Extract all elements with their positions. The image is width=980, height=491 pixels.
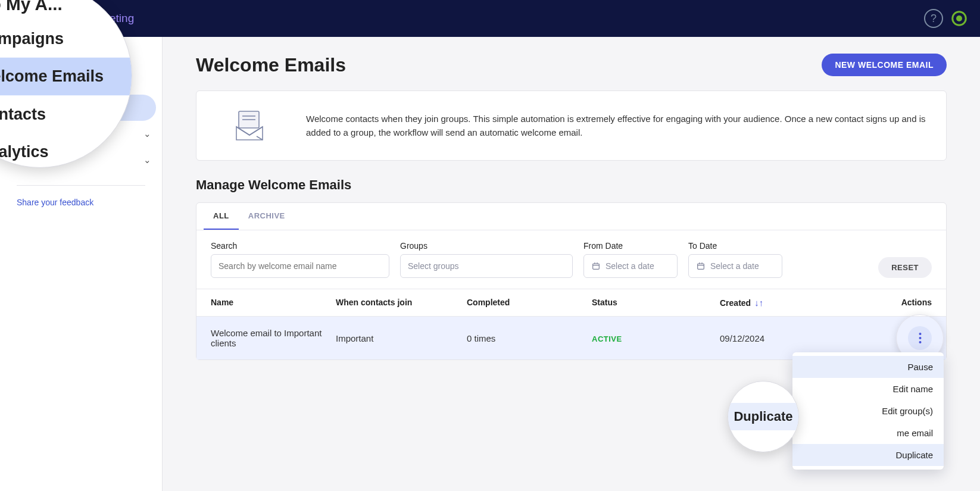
envelope-heart-icon — [13, 102, 25, 114]
dropdown-edit-groups[interactable]: Edit group(s) — [792, 400, 944, 422]
svg-point-2 — [956, 15, 962, 21]
dropdown-pause[interactable]: Pause — [792, 356, 944, 378]
feedback-link[interactable]: Share your feedback — [0, 198, 162, 207]
to-date-input[interactable]: Select a date — [688, 254, 782, 278]
search-input[interactable] — [211, 254, 389, 278]
tab-archive[interactable]: ARCHIVE — [239, 203, 295, 230]
sidebar-item-label: Analytics — [32, 155, 68, 165]
from-date-placeholder: Select a date — [606, 261, 654, 271]
help-icon[interactable]: ? — [924, 9, 943, 28]
to-date-label: To Date — [688, 241, 782, 251]
table-row[interactable]: Welcome email to Important clients Impor… — [196, 317, 946, 359]
reset-button[interactable]: RESET — [878, 257, 932, 278]
svg-point-6 — [21, 131, 23, 133]
goto-link[interactable]: Go To My A... — [0, 44, 162, 68]
info-card: Welcome contacts when they join groups. … — [196, 90, 947, 161]
svg-rect-9 — [21, 156, 23, 164]
cell-name: Welcome email to Important clients — [211, 328, 336, 348]
table-header: Name When contacts join Completed Status… — [196, 289, 946, 317]
search-label: Search — [211, 241, 389, 251]
chevron-down-icon: ⌄ — [143, 129, 151, 139]
svg-rect-13 — [593, 264, 600, 269]
brand-logo[interactable] — [12, 11, 33, 26]
filters-row: Search Groups Select groups From Date Se… — [196, 230, 946, 289]
chevron-down-icon: ⌄ — [143, 155, 151, 165]
groups-select[interactable]: Select groups — [400, 254, 573, 278]
th-created[interactable]: Created ↓↑ — [720, 298, 857, 308]
svg-rect-8 — [18, 158, 20, 164]
groups-label: Groups — [400, 241, 573, 251]
main-content: Welcome Emails NEW WELCOME EMAIL Welcome… — [163, 37, 980, 491]
welcome-email-illustration — [217, 107, 282, 145]
sidebar-divider — [17, 185, 145, 186]
app-switcher-icon[interactable] — [950, 10, 968, 27]
calendar-icon — [696, 261, 706, 271]
svg-rect-17 — [698, 264, 704, 269]
from-date-input[interactable]: Select a date — [583, 254, 678, 278]
sidebar-item-contacts[interactable]: Contacts ⌄ — [0, 121, 162, 147]
svg-point-5 — [16, 131, 19, 134]
status-badge: ACTIVE — [592, 334, 622, 343]
page-title: Welcome Emails — [196, 54, 346, 76]
th-created-label: Created — [720, 298, 751, 308]
tabs: ALL ARCHIVE — [196, 203, 946, 230]
dropdown-edit-welcome-email[interactable]: me email — [792, 422, 944, 444]
svg-rect-3 — [15, 79, 24, 85]
sidebar-item-label: Contacts — [32, 129, 67, 139]
kebab-icon — [919, 332, 922, 344]
table-card: ALL ARCHIVE Search Groups Select groups … — [196, 202, 947, 360]
cell-completed: 0 times — [467, 333, 592, 343]
topbar-divider — [43, 11, 43, 26]
svg-rect-7 — [15, 160, 17, 164]
manage-section-title: Manage Welcome Emails — [196, 177, 947, 193]
new-welcome-email-button[interactable]: NEW WELCOME EMAIL — [822, 54, 947, 76]
info-text: Welcome contacts when they join groups. … — [306, 112, 926, 140]
svg-point-0 — [14, 12, 26, 24]
th-actions: Actions — [857, 298, 932, 308]
sidebar-item-label: Campaigns — [32, 77, 77, 87]
svg-point-21 — [919, 333, 921, 335]
section-title: Email Marketing — [53, 12, 134, 25]
from-date-label: From Date — [583, 241, 678, 251]
to-date-placeholder: Select a date — [710, 261, 759, 271]
actions-dropdown: Pause Edit name Edit group(s) me email D… — [792, 352, 944, 470]
svg-point-22 — [919, 337, 921, 339]
th-completed[interactable]: Completed — [467, 298, 592, 308]
sidebar-item-label: Welcome Emails — [32, 103, 98, 113]
analytics-icon — [13, 154, 25, 166]
th-join[interactable]: When contacts join — [336, 298, 467, 308]
sidebar: Go To My A... Campaigns Welcome Emails C… — [0, 37, 163, 491]
sidebar-item-campaigns[interactable]: Campaigns — [0, 68, 162, 95]
cell-created: 09/12/2024 — [720, 333, 857, 343]
groups-placeholder: Select groups — [408, 261, 459, 271]
contacts-icon — [13, 128, 25, 140]
row-actions-button[interactable] — [908, 326, 932, 350]
sort-icon: ↓↑ — [754, 298, 763, 308]
sidebar-item-analytics[interactable]: Analytics ⌄ — [0, 147, 162, 173]
dropdown-duplicate[interactable]: Duplicate — [792, 444, 944, 466]
dropdown-edit-name[interactable]: Edit name — [792, 378, 944, 400]
th-status[interactable]: Status — [592, 298, 720, 308]
calendar-icon — [591, 261, 601, 271]
envelope-icon — [13, 76, 25, 87]
sidebar-item-welcome-emails[interactable]: Welcome Emails — [0, 95, 156, 121]
svg-point-23 — [919, 341, 921, 343]
svg-rect-4 — [15, 105, 24, 111]
topbar: Email Marketing ? — [0, 0, 980, 37]
cell-join: Important — [336, 333, 467, 343]
tab-all[interactable]: ALL — [204, 203, 239, 230]
th-name[interactable]: Name — [211, 298, 336, 308]
